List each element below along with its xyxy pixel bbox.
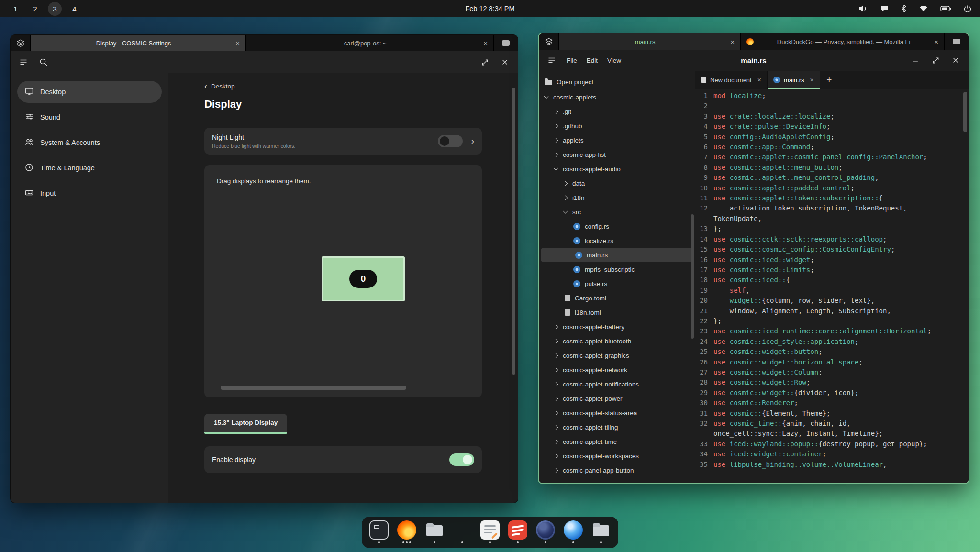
minimize-icon[interactable] — [910, 55, 921, 66]
doc-tab-main-rs[interactable]: main.rs × — [768, 71, 820, 89]
dock-item-todoist[interactable] — [508, 520, 527, 543]
battery-icon[interactable] — [940, 6, 951, 11]
menu-view[interactable]: View — [607, 57, 621, 64]
tree-item-open-project[interactable]: Open project — [539, 74, 695, 90]
dock-item-files[interactable] — [425, 520, 444, 543]
back-button[interactable]: ‹ Desktop — [204, 82, 482, 90]
tree-item-cosmic-applet-tiling[interactable]: cosmic-applet-tiling — [539, 420, 695, 434]
tree-item-cosmic-applet-audio[interactable]: cosmic-applet-audio — [539, 162, 695, 176]
close-tab-icon[interactable]: × — [810, 76, 814, 84]
sidebar-item-input[interactable]: Input — [17, 182, 162, 204]
tree-item-main-rs[interactable]: main.rs — [541, 248, 693, 262]
bluetooth-icon[interactable] — [901, 4, 907, 13]
display-0[interactable]: 0 — [322, 256, 405, 301]
dock-item-settings[interactable] — [453, 520, 472, 543]
tree-item-cosmic-app-list[interactable]: cosmic-app-list — [539, 147, 695, 162]
night-light-toggle[interactable] — [438, 135, 463, 147]
sidebar-item-time-language[interactable]: Time & Language — [17, 157, 162, 179]
tree-item-pulse-rs[interactable]: pulse.rs — [539, 276, 695, 291]
display-tab[interactable]: 15.3" Laptop Display — [204, 414, 287, 434]
cosmic-logo-icon[interactable] — [539, 33, 559, 50]
workspace-3[interactable]: 3 — [48, 2, 62, 16]
dock-item-text-editor[interactable] — [480, 520, 500, 543]
tree-item-i18n[interactable]: i18n — [539, 190, 695, 205]
tree-item-data[interactable]: data — [539, 176, 695, 190]
workspace-2[interactable]: 2 — [28, 2, 42, 16]
sidebar-item-desktop[interactable]: Desktop — [17, 81, 162, 103]
line-number: 27 — [695, 367, 713, 377]
tree-item-cosmic-applet-network[interactable]: cosmic-applet-network — [539, 363, 695, 377]
dock-item-web-browser[interactable] — [564, 520, 583, 543]
tree-item-github[interactable]: .github — [539, 119, 695, 133]
tree-scrollbar-thumb[interactable] — [691, 214, 694, 339]
tree-item-mpris-subscriptic[interactable]: mpris_subscriptic — [539, 262, 695, 276]
tree-item-cosmic-applet-status-area[interactable]: cosmic-applet-status-area — [539, 406, 695, 420]
close-tab-icon[interactable]: × — [934, 38, 938, 46]
maximize-icon[interactable] — [479, 57, 490, 67]
tree-item-cosmic-applet-time[interactable]: cosmic-applet-time — [539, 434, 695, 449]
night-light-row[interactable]: Night Light Reduce blue light with warme… — [204, 128, 482, 155]
window-tab-editor[interactable]: main.rs × — [559, 33, 741, 50]
doc-tab-new-document[interactable]: New document × — [695, 71, 768, 89]
close-icon[interactable] — [950, 55, 961, 66]
tree-item-cosmic-applets[interactable]: cosmic-applets — [539, 90, 695, 104]
tree-item-cosmic-panel-app-button[interactable]: cosmic-panel-app-button — [539, 463, 695, 477]
maximize-icon[interactable] — [930, 55, 941, 66]
close-tab-icon[interactable]: × — [483, 39, 488, 47]
tab-overview-button[interactable] — [494, 35, 518, 51]
workspace-1[interactable]: 1 — [9, 2, 22, 16]
tree-item-cosmic-applet-battery[interactable]: cosmic-applet-battery — [539, 320, 695, 334]
tree-item-label: cosmic-applet-bluetooth — [563, 338, 631, 345]
code-scrollbar-thumb[interactable] — [963, 92, 967, 132]
wifi-icon[interactable] — [919, 5, 928, 12]
window-tab-firefox[interactable]: DuckDuckGo — Privacy, simplified. — Mozi… — [741, 33, 945, 50]
window-tab-terminal[interactable]: carl@pop-os: ~ × — [246, 35, 494, 51]
tree-item-cargo-toml[interactable]: Cargo.toml — [539, 291, 695, 305]
sidebar-item-sound[interactable]: Sound — [17, 106, 162, 128]
window-tab-settings[interactable]: Display - COSMIC Settings × — [31, 35, 246, 51]
power-icon[interactable] — [964, 5, 971, 12]
enable-display-toggle[interactable] — [449, 453, 474, 466]
tree-item-cosmic-applet-power[interactable]: cosmic-applet-power — [539, 391, 695, 406]
tree-item-git[interactable]: .git — [539, 104, 695, 119]
menu-file[interactable]: File — [567, 57, 577, 64]
tree-item-label: i18n — [572, 194, 585, 201]
workspace-4[interactable]: 4 — [67, 2, 81, 16]
tab-overview-button[interactable] — [945, 33, 969, 50]
tree-item-label: cosmic-applet-time — [563, 438, 617, 445]
sidebar-item-system-accounts[interactable]: System & Accounts — [17, 132, 162, 154]
tree-item-label: .git — [563, 108, 571, 115]
tree-item-cosmic-applet-graphics[interactable]: cosmic-applet-graphics — [539, 348, 695, 363]
close-tab-icon[interactable]: × — [235, 39, 240, 47]
tree-item-localize-rs[interactable]: localize.rs — [539, 233, 695, 248]
menu-edit[interactable]: Edit — [587, 57, 598, 64]
close-tab-icon[interactable]: × — [757, 76, 761, 84]
close-icon[interactable] — [500, 57, 510, 67]
menu-icon[interactable] — [546, 55, 557, 66]
dock-item-launcher[interactable] — [369, 520, 389, 543]
doc-tab-label: New document — [710, 77, 752, 84]
tree-item-src[interactable]: src — [539, 205, 695, 219]
clock[interactable]: Feb 12 8:34 PM — [465, 5, 514, 12]
search-icon[interactable] — [38, 57, 49, 67]
close-tab-icon[interactable]: × — [730, 38, 735, 46]
chat-icon[interactable] — [880, 5, 889, 12]
tree-item-config-rs[interactable]: config.rs — [539, 219, 695, 233]
volume-icon[interactable] — [858, 5, 868, 12]
sidebar-item-label: System & Accounts — [40, 139, 100, 146]
horizontal-scrollbar[interactable] — [221, 386, 406, 390]
tree-item-cosmic-applet-bluetooth[interactable]: cosmic-applet-bluetooth — [539, 334, 695, 348]
tree-item-applets[interactable]: applets — [539, 133, 695, 147]
code-area[interactable]: 1mod localize;23use crate::localize::loc… — [695, 89, 969, 481]
tree-item-cosmic-applet-workspaces[interactable]: cosmic-applet-workspaces — [539, 449, 695, 463]
vertical-scrollbar-thumb[interactable] — [512, 88, 515, 375]
tree-item-cosmic-applet-notifications[interactable]: cosmic-applet-notifications — [539, 377, 695, 391]
dock-item-firefox[interactable] — [397, 520, 416, 543]
dock-item-media-player[interactable] — [536, 520, 555, 543]
dock-item-file-manager[interactable] — [591, 520, 611, 543]
new-tab-button[interactable]: + — [820, 71, 838, 89]
cosmic-logo-icon[interactable] — [11, 35, 31, 51]
arrange-hint: Drag displays to rearrange them. — [217, 177, 311, 185]
tree-item-i18n-toml[interactable]: i18n.toml — [539, 305, 695, 320]
menu-icon[interactable] — [18, 57, 29, 67]
